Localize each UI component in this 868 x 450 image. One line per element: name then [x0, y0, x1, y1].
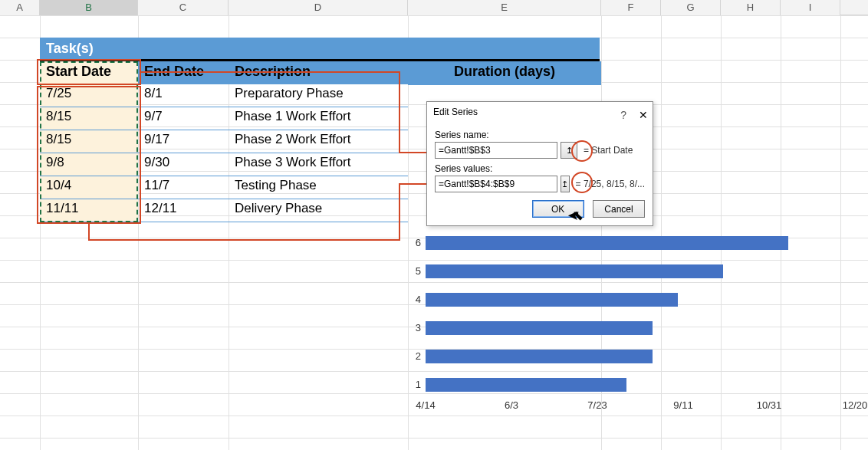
chart-x-label: 7/23 [587, 399, 607, 411]
chart-y-label: 3 [407, 322, 421, 333]
chart-x-label: 4/14 [416, 399, 435, 411]
column-header-a[interactable]: A [0, 0, 40, 15]
chart-bar[interactable] [426, 321, 653, 335]
chart-bar[interactable] [426, 378, 626, 392]
column-header-g[interactable]: G [661, 0, 721, 15]
chart-y-label: 5 [407, 265, 421, 277]
column-header-d[interactable]: D [229, 0, 408, 15]
column-header-b[interactable]: B [40, 0, 138, 15]
gantt-preview-chart[interactable]: 1234564/146/37/239/1110/3112/20 [0, 0, 868, 450]
chart-y-label: 6 [407, 237, 421, 248]
chart-x-label: 12/20 [843, 399, 868, 411]
column-header-e[interactable]: E [408, 0, 601, 15]
column-header-f[interactable]: F [601, 0, 661, 15]
chart-x-label: 6/3 [505, 399, 518, 411]
chart-bar[interactable] [426, 293, 678, 307]
column-header-i[interactable]: I [781, 0, 840, 15]
chart-y-label: 2 [407, 350, 421, 362]
chart-y-label: 1 [407, 379, 421, 390]
chart-bar[interactable] [426, 264, 723, 278]
column-header-c[interactable]: C [138, 0, 229, 15]
chart-x-label: 9/11 [673, 399, 692, 411]
chart-x-label: 10/31 [757, 399, 782, 411]
chart-bar[interactable] [426, 236, 788, 250]
chart-bar[interactable] [426, 350, 653, 363]
chart-y-label: 4 [407, 294, 421, 305]
column-header-h[interactable]: H [721, 0, 781, 15]
